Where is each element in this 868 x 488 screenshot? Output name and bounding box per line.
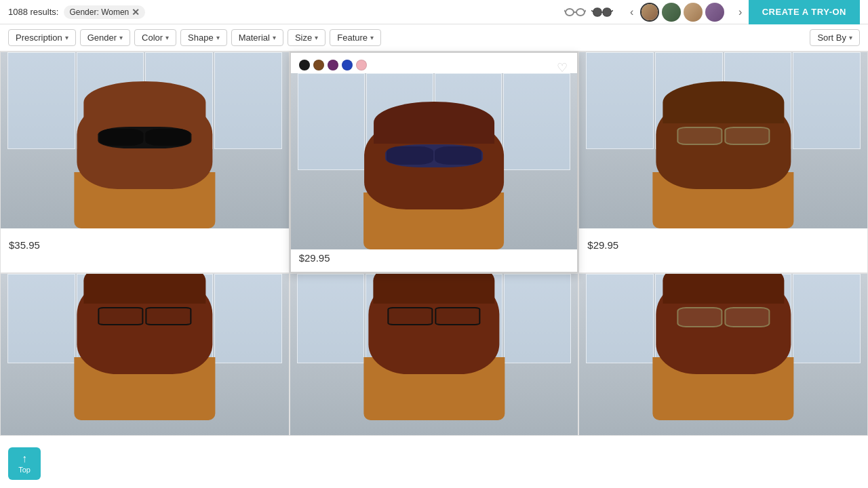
shape-filter[interactable]: Shape ▾: [180, 29, 227, 46]
back-to-top-label: Top: [18, 466, 31, 474]
filter-bar: Prescription ▾ Gender ▾ Color ▾ Shape ▾ …: [0, 24, 868, 52]
svg-point-1: [576, 9, 585, 16]
active-filter-tag[interactable]: Gender: Women ✕: [64, 5, 145, 19]
create-tryon-button[interactable]: CREATE A TRY-ON: [749, 0, 860, 24]
product-image-4: [1, 274, 289, 436]
product-card-5[interactable]: [290, 273, 579, 436]
feature-filter[interactable]: Feature ▾: [330, 29, 381, 46]
results-count: 1088 results:: [8, 7, 58, 17]
gender-filter[interactable]: Gender ▾: [80, 29, 130, 46]
swatch-purple[interactable]: [328, 60, 338, 70]
frame-type-icons: [564, 5, 613, 20]
color-chevron: ▾: [165, 34, 169, 41]
model-avatar-1[interactable]: [640, 3, 659, 22]
material-filter[interactable]: Material ▾: [231, 29, 283, 46]
swatch-blue[interactable]: [342, 60, 353, 70]
color-swatches-2-top: [291, 53, 578, 73]
product-card-1[interactable]: $35.95: [0, 52, 290, 273]
product-price-3: $29.95: [579, 237, 867, 259]
size-chevron: ▾: [315, 34, 318, 41]
sort-chevron: ▾: [849, 34, 852, 41]
product-price-1: $35.95: [1, 237, 289, 259]
model-selector: [640, 3, 724, 22]
product-card-2[interactable]: ♡: [290, 52, 579, 273]
product-image-5: [290, 274, 578, 436]
sunglasses-icon[interactable]: [591, 5, 613, 20]
product-image-2: [291, 73, 578, 249]
header-bar: 1088 results: Gender: Women ✕: [0, 0, 868, 24]
eyeglasses-icon[interactable]: [564, 5, 586, 20]
model-avatar-4[interactable]: [705, 3, 724, 22]
color-swatches-3: [579, 228, 867, 237]
model-avatar-2[interactable]: [662, 3, 681, 22]
model-avatar-3[interactable]: [684, 3, 703, 22]
color-filter[interactable]: Color ▾: [134, 29, 176, 46]
filter-tag-label: Gender: Women: [69, 7, 129, 17]
swatch-pink[interactable]: [356, 60, 367, 70]
svg-line-7: [611, 10, 613, 12]
swatch-black[interactable]: [299, 60, 310, 70]
size-filter[interactable]: Size ▾: [288, 29, 326, 46]
prescription-filter[interactable]: Prescription ▾: [8, 29, 76, 46]
back-to-top-arrow-icon: ↑: [22, 453, 27, 464]
swatch-brown[interactable]: [313, 60, 324, 70]
color-swatches-1: [1, 228, 289, 237]
product-image-6: [579, 274, 867, 436]
product-card-4[interactable]: [0, 273, 290, 436]
sort-by-button[interactable]: Sort By ▾: [810, 29, 860, 46]
back-to-top-button[interactable]: ↑ Top: [8, 447, 41, 480]
feature-chevron: ▾: [370, 34, 374, 41]
model-next-arrow[interactable]: ›: [732, 4, 749, 20]
product-grid: $35.95 ♡: [0, 52, 868, 436]
shape-chevron: ▾: [216, 34, 220, 41]
svg-line-6: [591, 10, 593, 12]
product-image-3: [579, 52, 867, 228]
product-price-2: $29.95: [291, 249, 578, 272]
gender-chevron: ▾: [119, 34, 123, 41]
filter-tag-close-icon[interactable]: ✕: [132, 7, 140, 18]
model-prev-arrow[interactable]: ‹: [624, 4, 640, 20]
product-card-6[interactable]: [578, 273, 868, 436]
product-card-3[interactable]: $29.95: [578, 52, 868, 273]
svg-point-0: [566, 9, 574, 16]
material-chevron: ▾: [273, 34, 276, 41]
prescription-chevron: ▾: [65, 34, 68, 41]
product-image-1: [1, 52, 289, 228]
